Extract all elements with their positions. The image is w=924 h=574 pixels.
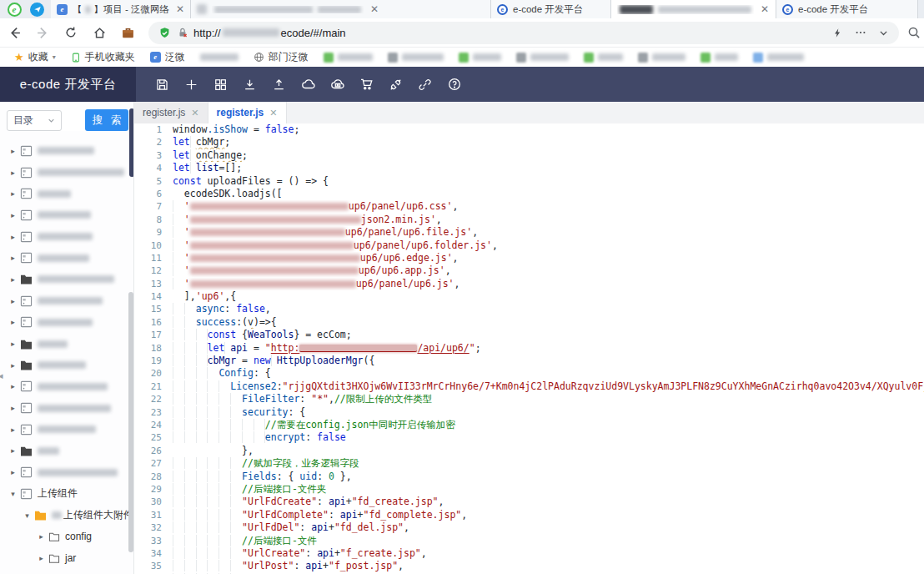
tree-item[interactable]: ▸ — [0, 140, 133, 162]
cloud-icon — [301, 77, 316, 92]
caret-right-icon[interactable]: ▸ — [8, 318, 18, 326]
plugin-button[interactable] — [381, 67, 410, 102]
tree-item[interactable]: ▸ — [0, 376, 133, 398]
tree-item[interactable]: ▸ — [0, 333, 133, 355]
browser-tab[interactable]: ee-code 开发平台 — [776, 0, 918, 18]
download-button[interactable] — [235, 67, 264, 102]
tree-item[interactable]: ▸ — [0, 461, 133, 483]
caret-right-icon[interactable]: ▸ — [8, 169, 18, 177]
tree-item[interactable]: ▸ — [0, 290, 133, 312]
bookmark-item[interactable]: 部门泛微 — [248, 49, 314, 66]
caret-right-icon[interactable]: ▸ — [8, 361, 18, 370]
chevron-down-icon[interactable] — [878, 28, 889, 38]
bolt-icon[interactable] — [832, 28, 843, 38]
caret-right-icon[interactable]: ▸ — [8, 275, 18, 284]
tree-item[interactable]: ▸ — [0, 441, 133, 462]
caret-right-icon[interactable]: ▸ — [8, 340, 18, 348]
tree-item[interactable]: ▸ — [0, 312, 133, 334]
browser-menu-button[interactable]: e — [0, 0, 28, 18]
code-area[interactable]: 1window.isShow = false;2let cbMgr;3let o… — [134, 123, 924, 574]
forward-button[interactable] — [28, 21, 57, 44]
tree-item[interactable]: ▸ — [0, 269, 133, 290]
browser-tab[interactable]: ✕ — [611, 0, 776, 18]
bookmark-item[interactable] — [632, 49, 691, 66]
sidebar-scrollbar-thumb[interactable] — [128, 292, 133, 552]
home-button[interactable] — [85, 21, 113, 44]
editor-tab-active[interactable]: register.js ✕ — [208, 102, 287, 123]
more-menu-icon[interactable] — [855, 27, 866, 38]
bookmark-item[interactable] — [578, 49, 629, 66]
bookmark-item[interactable]: 手机收藏夹 — [65, 49, 141, 66]
bookmark-item[interactable] — [318, 49, 379, 66]
new-button[interactable] — [177, 67, 206, 102]
safety-shield-icon[interactable] — [158, 27, 171, 39]
caret-right-icon[interactable]: ▸ — [37, 554, 46, 562]
cloud-button[interactable] — [294, 67, 323, 102]
tree-item[interactable]: ▸ — [0, 247, 133, 269]
browser-tab[interactable]: e【】项目 - 泛微网络✕ — [51, 0, 191, 18]
redacted-tree-label — [38, 190, 71, 198]
tree-item[interactable]: ▸ — [0, 183, 133, 204]
pinned-extension-icon[interactable] — [30, 3, 44, 17]
help-button[interactable] — [439, 67, 469, 102]
bookmark-item[interactable] — [695, 49, 744, 66]
caret-right-icon[interactable]: ▸ — [8, 297, 18, 305]
caret-right-icon[interactable]: ▸ — [8, 446, 18, 455]
tree-item[interactable]: ▸jar — [0, 547, 133, 569]
close-tab-icon[interactable]: ✕ — [176, 3, 184, 15]
caret-right-icon[interactable]: ▸ — [8, 147, 18, 155]
close-tab-icon[interactable]: ✕ — [370, 3, 379, 15]
search-sidebar-button[interactable] — [907, 22, 924, 44]
tree-item[interactable]: ▾上传组件大附件 — [0, 505, 133, 526]
tree-item[interactable]: ▸ — [0, 397, 133, 419]
back-button[interactable] — [0, 21, 28, 44]
modules-button[interactable] — [206, 67, 235, 102]
sidebar-collapse-handle[interactable]: ◂ — [0, 370, 3, 381]
tree-item[interactable]: ▸config — [0, 526, 133, 547]
tree-item[interactable]: ▸ — [0, 226, 133, 248]
bookmark-item[interactable] — [453, 49, 507, 66]
tree-item[interactable]: ▸ — [0, 419, 133, 441]
cloud-deploy-button[interactable] — [323, 67, 352, 102]
caret-down-icon[interactable]: ▾ — [23, 511, 32, 520]
caret-right-icon[interactable]: ▸ — [37, 532, 46, 541]
bookmark-item[interactable] — [382, 49, 449, 66]
lock-alert-icon[interactable] — [177, 27, 188, 38]
url-field[interactable]: http:// ecode/#/main — [148, 22, 899, 44]
caret-right-icon[interactable]: ▸ — [8, 382, 18, 390]
caret-right-icon[interactable]: ▸ — [8, 254, 18, 262]
caret-right-icon[interactable]: ▸ — [8, 404, 18, 412]
caret-down-icon[interactable]: ▾ — [8, 490, 18, 498]
sidebar-search-input[interactable] — [62, 110, 85, 131]
editor-tab[interactable]: register.js ✕ — [134, 102, 208, 123]
caret-right-icon[interactable]: ▸ — [8, 189, 18, 198]
caret-right-icon[interactable]: ▸ — [8, 211, 18, 219]
caret-right-icon[interactable]: ▸ — [8, 425, 18, 434]
bookmark-item[interactable]: e泛微 — [144, 49, 191, 66]
browser-tab[interactable]: ee-code 开发平台 — [491, 0, 611, 18]
sidebar-search-button[interactable]: 搜 索 — [85, 109, 128, 131]
bookmark-item[interactable] — [747, 49, 810, 66]
tree-item[interactable]: ▸ — [0, 355, 133, 376]
caret-right-icon[interactable]: ▸ — [8, 468, 18, 476]
bookmark-item[interactable]: ★收藏▾ — [8, 49, 62, 66]
upload-button[interactable] — [264, 67, 294, 102]
tree-item[interactable]: ▾上传组件 — [0, 483, 133, 505]
save-button[interactable] — [148, 67, 177, 102]
close-tab-icon[interactable]: ✕ — [191, 108, 198, 118]
line-number: 1 — [134, 123, 173, 136]
close-tab-icon[interactable]: ✕ — [761, 3, 769, 15]
close-tab-icon[interactable]: ✕ — [269, 108, 277, 118]
component-icon — [20, 145, 33, 157]
tree-item[interactable]: ▸ — [0, 162, 133, 184]
mode-select[interactable]: 目录 — [7, 110, 62, 131]
link-button[interactable] — [410, 67, 439, 102]
browser-tab[interactable]: ✕ — [191, 0, 491, 18]
bookmark-item[interactable] — [510, 49, 575, 66]
reload-button[interactable] — [57, 21, 85, 44]
tree-item[interactable]: ▸ — [0, 204, 133, 226]
caret-right-icon[interactable]: ▸ — [8, 233, 18, 241]
bookmark-item[interactable] — [194, 49, 244, 66]
market-button[interactable] — [352, 67, 381, 102]
toolbox-icon[interactable] — [113, 21, 142, 44]
